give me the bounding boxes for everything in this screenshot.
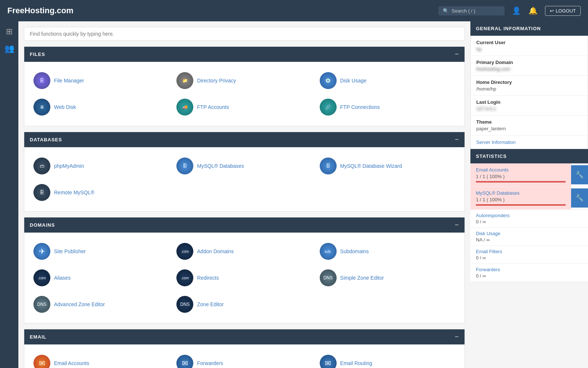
section-header-email[interactable]: EMAIL−	[24, 329, 465, 344]
list-item[interactable]: 🚚FTP Accounts	[173, 96, 316, 118]
list-item[interactable]: .comRedirects	[173, 266, 316, 289]
stat-action-button[interactable]: 🔧	[571, 188, 588, 208]
link-file-manager[interactable]: File Manager	[54, 78, 84, 84]
link-email-accounts[interactable]: Email Accounts	[54, 360, 89, 366]
link-advanced-zone-editor[interactable]: Advanced Zone Editor	[54, 301, 105, 307]
server-info-link[interactable]: Server Information	[476, 139, 516, 145]
user-icon[interactable]: 👤	[512, 6, 521, 15]
link-addon-domains[interactable]: Addon Domains	[197, 248, 234, 254]
link-aliases[interactable]: Aliases	[54, 275, 71, 281]
email-routing-icon: ✉	[320, 355, 337, 368]
list-item[interactable]: DNSSimple Zone Editor	[316, 266, 459, 289]
simple-zone-editor-icon: DNS	[320, 269, 337, 286]
site-publisher-icon: ✈	[33, 243, 50, 260]
link-mysql®-database-wizard[interactable]: MySQL® Database Wizard	[340, 163, 402, 169]
list-item[interactable]: DNSAdvanced Zone Editor	[30, 293, 173, 316]
other-stat-name[interactable]: Disk Usage	[476, 231, 582, 236]
link-simple-zone-editor[interactable]: Simple Zone Editor	[340, 275, 384, 281]
section-body-databases: 🗃phpMyAdmin🗄MySQL® Databases🗄MySQL® Data…	[24, 147, 465, 211]
list-item[interactable]: 🗄MySQL® Database Wizard	[316, 155, 459, 177]
web-disk-icon: 🖥	[33, 99, 50, 116]
last-login-value: 127.0.0.1	[476, 106, 582, 112]
link-ftp-accounts[interactable]: FTP Accounts	[197, 104, 229, 110]
list-item[interactable]: .comAliases	[30, 266, 173, 289]
other-stat-name[interactable]: Email Filters	[476, 249, 582, 254]
stat-value: 1 / 1 ( 100% )	[476, 197, 566, 202]
list-item[interactable]: 🔗FTP Connections	[316, 96, 459, 118]
link-remote-mysql®[interactable]: Remote MySQL®	[54, 190, 94, 195]
statistics-section: STATISTICS Email Accounts1 / 1 ( 100% )🔧…	[470, 149, 588, 282]
link-ftp-connections[interactable]: FTP Connections	[340, 104, 380, 110]
section-label-domains: DOMAINS	[30, 222, 55, 228]
bell-icon[interactable]: 🔔	[528, 6, 538, 15]
other-stat-value: 0 / ∞	[476, 255, 582, 261]
list-item[interactable]: ✉Email Routing	[316, 352, 459, 368]
home-dir-row: Home Directory /home/hp	[471, 76, 588, 96]
other-stat-value: NA / ∞	[476, 237, 582, 243]
mysql-databases-icon: 🗄	[176, 158, 193, 174]
phpmyadmin-icon: 🗃	[33, 158, 50, 174]
list-item[interactable]: 🗄File Manager	[30, 69, 173, 92]
email-accounts-icon: ✉	[33, 355, 50, 368]
theme-row: Theme paper_lantern	[471, 116, 588, 135]
list-item[interactable]: sub.Subdomains	[316, 240, 459, 263]
stat-action-button[interactable]: 🔧	[571, 165, 588, 184]
theme-label: Theme	[476, 119, 582, 125]
center-content: FILES−🗄File Manager📁Directory Privacy💿Di…	[18, 21, 470, 368]
general-info-panel: Current User hp Primary Domain freehosti…	[470, 36, 588, 149]
link-zone-editor[interactable]: Zone Editor	[197, 301, 223, 307]
list-item[interactable]: ✉Forwarders	[173, 352, 316, 368]
link-email-routing[interactable]: Email Routing	[340, 360, 372, 366]
list-item[interactable]: DNSZone Editor	[173, 293, 316, 316]
folder-icon: 🗄	[33, 72, 50, 89]
statistics-header: STATISTICS	[470, 149, 588, 163]
section-databases: DATABASES−🗃phpMyAdmin🗄MySQL® Databases🗄M…	[24, 132, 465, 212]
section-header-domains[interactable]: DOMAINS−	[24, 217, 465, 233]
link-site-publisher[interactable]: Site Publisher	[54, 248, 86, 254]
link-forwarders[interactable]: Forwarders	[197, 360, 223, 366]
list-item[interactable]: 🗃phpMyAdmin	[30, 155, 173, 177]
search-label: Search ( / )	[452, 8, 475, 14]
other-stat-name[interactable]: Autoresponders	[476, 213, 582, 218]
list-item[interactable]: 📁Directory Privacy	[173, 69, 316, 92]
other-stat-row: Disk UsageNA / ∞	[470, 228, 588, 246]
ftp-connections-icon: 🔗	[320, 99, 337, 116]
stat-name[interactable]: MySQL® Databases	[476, 190, 566, 196]
section-label-files: FILES	[30, 52, 45, 57]
server-info-row[interactable]: Server Information	[471, 135, 588, 149]
sidebar-user-icon[interactable]: 👥	[4, 44, 14, 53]
link-redirects[interactable]: Redirects	[197, 275, 219, 281]
link-web-disk[interactable]: Web Disk	[54, 104, 76, 110]
stat-name[interactable]: Email Accounts	[476, 167, 566, 173]
section-header-files[interactable]: FILES−	[24, 47, 465, 62]
list-item[interactable]: 🗄MySQL® Databases	[173, 155, 316, 177]
link-directory-privacy[interactable]: Directory Privacy	[197, 78, 236, 84]
top-nav: FreeHosting.com 🔍 Search ( / ) 👤 🔔 ↩ LOG…	[0, 0, 588, 21]
section-header-databases[interactable]: DATABASES−	[24, 132, 465, 147]
other-stat-name[interactable]: Forwarders	[476, 267, 582, 272]
list-item[interactable]: 💿Disk Usage	[316, 69, 459, 92]
section-body-files: 🗄File Manager📁Directory Privacy💿Disk Usa…	[24, 62, 465, 126]
list-item[interactable]: ✈Site Publisher	[30, 240, 173, 263]
current-user-value: hp	[476, 46, 582, 52]
search-box[interactable]: 🔍 Search ( / )	[438, 6, 505, 15]
list-item[interactable]: ✉Email Accounts	[30, 352, 173, 368]
link-phpmyadmin[interactable]: phpMyAdmin	[54, 163, 84, 169]
link-disk-usage[interactable]: Disk Usage	[340, 78, 367, 84]
primary-domain-value: freehosting.com	[476, 66, 582, 72]
search-filter	[24, 27, 465, 41]
section-label-databases: DATABASES	[30, 137, 62, 142]
other-stat-row: Autoresponders0 / ∞	[470, 210, 588, 228]
disk-usage-icon: 💿	[320, 72, 337, 89]
general-info-header: GENERAL INFORMATION	[470, 21, 588, 36]
list-item[interactable]: .comAddon Domains	[173, 240, 316, 263]
link-mysql®-databases[interactable]: MySQL® Databases	[197, 163, 244, 169]
sidebar-grid-icon[interactable]: ⊞	[6, 27, 12, 36]
list-item[interactable]: 🗄Remote MySQL®	[30, 181, 173, 204]
logout-button[interactable]: ↩ LOGOUT	[545, 6, 581, 16]
list-item[interactable]: 🖥Web Disk	[30, 96, 173, 118]
link-subdomains[interactable]: Subdomains	[340, 248, 369, 254]
mysql-wizard-icon: 🗄	[320, 158, 337, 174]
nav-right: 🔍 Search ( / ) 👤 🔔 ↩ LOGOUT	[438, 6, 581, 16]
search-input[interactable]	[24, 27, 465, 41]
